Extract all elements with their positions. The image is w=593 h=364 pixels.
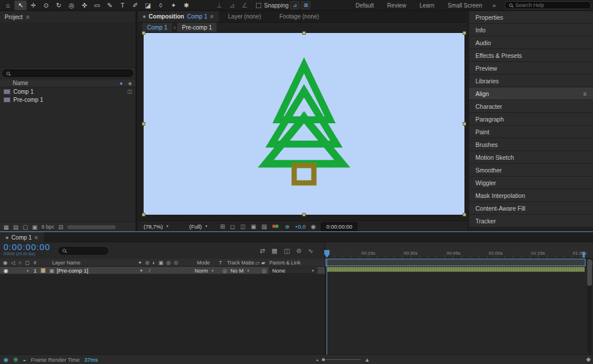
selection-tool[interactable]: ↖ (14, 1, 27, 10)
clone-stamp-tool[interactable]: ◪ (142, 1, 154, 10)
layer-handle[interactable] (142, 213, 145, 216)
timeline-tab-comp1[interactable]: ■ Comp 1 ≡ (0, 232, 44, 242)
layer-handle[interactable] (142, 31, 145, 35)
brush-tool[interactable]: ✐ (129, 1, 141, 10)
draft-3d-icon[interactable]: ▦ (272, 247, 277, 255)
puppet-tool[interactable]: ✱ (180, 1, 192, 10)
zoom-tool[interactable]: ⊙ (40, 1, 52, 10)
shape-tool[interactable]: ▭ (91, 1, 103, 10)
layer-handle[interactable] (142, 122, 145, 126)
new-composition-icon[interactable]: ▣ (32, 224, 37, 230)
sidebar-item-libraries[interactable]: Libraries (469, 75, 593, 87)
list-view-icon[interactable]: ▤ (13, 224, 18, 230)
zoom-out-icon[interactable]: ▲ (316, 358, 319, 362)
index-column-label[interactable]: # (34, 259, 36, 267)
motion-blur-icon[interactable]: ⊘ (296, 247, 302, 255)
composition-canvas[interactable] (144, 33, 464, 215)
sidebar-item-brushes[interactable]: Brushes (469, 138, 593, 151)
sidebar-item-preview[interactable]: Preview (469, 62, 593, 75)
new-folder-icon[interactable]: ▢ (23, 224, 28, 230)
layer-handle[interactable] (302, 213, 306, 216)
magnification-dropdown[interactable]: (78,7%)▾ (144, 223, 169, 230)
draft-mode-icon[interactable]: ⊕ (13, 356, 18, 363)
sidebar-item-info[interactable]: Info (469, 24, 593, 36)
current-timecode[interactable]: 0:00:00:00 00000 (24.00 fps) (3, 244, 50, 258)
current-time-indicator[interactable] (327, 259, 327, 355)
zoom-slider-handle[interactable] (322, 358, 325, 361)
home-button[interactable]: ⌂ (2, 1, 14, 10)
sidebar-item-character[interactable]: Character (469, 100, 593, 113)
mode-column-label[interactable]: Mode (197, 259, 210, 267)
project-search[interactable] (2, 69, 133, 77)
sidebar-item-paint[interactable]: Paint (469, 126, 593, 138)
layer-handle[interactable] (302, 31, 306, 35)
sidebar-item-align[interactable]: Align≡ (469, 87, 593, 100)
auto-keyframe-icon[interactable]: ◒ (23, 356, 26, 363)
layer-quality-icon[interactable]: / (149, 267, 151, 274)
orbit-camera-tool[interactable]: ↻ (53, 1, 65, 10)
grid-options-icon[interactable]: ⊞ (220, 223, 225, 230)
track-matte-column-label[interactable]: Track Matte (227, 259, 254, 267)
fast-preview-icon[interactable]: ⊛ (285, 223, 290, 230)
work-area-bar[interactable] (325, 259, 585, 266)
t-column-label[interactable]: T (219, 259, 222, 267)
tag-column-icon[interactable]: ◈ (128, 80, 132, 86)
timeline-zoom-control[interactable]: ▲ ▲ (316, 355, 370, 364)
exposure-offset[interactable]: +0,0 (295, 223, 306, 230)
zoom-slider[interactable] (323, 359, 361, 360)
snapping-checkbox[interactable] (256, 3, 261, 8)
snap-features-icon[interactable]: ⊠ (301, 1, 310, 9)
resolution-dropdown[interactable]: (Full)▾ (189, 223, 207, 230)
type-tool[interactable]: T (116, 1, 129, 10)
sort-arrow-icon[interactable]: ▲ (119, 80, 123, 86)
layer-parent-dropdown[interactable]: None▾ (269, 267, 317, 274)
layer-mode-dropdown[interactable]: Norm▾ (195, 267, 214, 274)
workspace-learn[interactable]: Learn (413, 2, 441, 9)
sidebar-item-audio[interactable]: Audio (469, 36, 593, 49)
snapshot-icon[interactable]: ◉ (311, 223, 316, 230)
parent-pickwhip-icon[interactable]: ◎ (262, 267, 266, 274)
workspace-small-screen[interactable]: Small Screen (441, 2, 488, 9)
pan-camera-tool[interactable]: ◎ (65, 1, 78, 10)
world-axis-icon[interactable]: ⊿ (226, 1, 238, 10)
help-search-input[interactable] (515, 2, 587, 8)
project-name-header[interactable]: Name ▲ ◈ (0, 79, 136, 87)
zoom-in-icon[interactable]: ▲ (364, 356, 370, 363)
matte-pickwhip-icon[interactable]: ◎ (222, 267, 227, 274)
eye-column-icon[interactable]: ◉ (3, 260, 8, 266)
layer-twirl-icon[interactable]: › (27, 267, 28, 274)
layer-handle[interactable] (463, 213, 466, 216)
sidebar-item-mask-interpolation[interactable]: Mask Interpolation (469, 189, 593, 202)
panel-menu-icon[interactable]: ≡ (35, 234, 38, 241)
project-panel-menu-icon[interactable]: ≡ (26, 14, 30, 20)
motion-blur-col-icon[interactable]: ⊙ (174, 260, 178, 266)
preview-timecode[interactable]: 0:00:00:00 (321, 222, 357, 231)
audio-column-icon[interactable]: ◁ (11, 260, 15, 266)
roto-brush-tool[interactable]: ✦ (167, 1, 180, 10)
layer-duration-bar[interactable] (327, 267, 585, 272)
project-bpc-label[interactable]: 8 bpc (42, 224, 54, 230)
quality-icon[interactable]: ◐ (152, 260, 155, 266)
hand-tool[interactable]: ✛ (27, 1, 39, 10)
thumbnail-view-icon[interactable]: ▦ (3, 224, 9, 230)
comp-marker-icon[interactable]: ◆ (586, 356, 591, 362)
breadcrumb-comp1[interactable]: Comp 1 (142, 23, 172, 32)
matte-a-icon[interactable]: ▱ (255, 260, 259, 266)
layer-name[interactable]: [Pre-comp 1] (57, 267, 88, 274)
help-search[interactable] (504, 1, 591, 9)
layer-label-color[interactable] (41, 268, 46, 273)
tab-layer[interactable]: Layer (none) (219, 11, 270, 22)
timeline-ruler[interactable]: 00:15s 00:30s 00:45s 01:00s 01:15s 01:30… (325, 242, 593, 259)
tab-footage[interactable]: Footage (none) (270, 11, 328, 22)
sidebar-item-smoother[interactable]: Smoother (469, 164, 593, 177)
effects-icon[interactable]: ▣ (159, 260, 164, 266)
panel-menu-icon[interactable]: ≡ (583, 90, 587, 97)
sidebar-item-tracker[interactable]: Tracker (469, 215, 593, 227)
mask-visibility-icon[interactable]: ◫ (240, 223, 246, 230)
channels-icon[interactable] (272, 223, 280, 229)
snap-edges-icon[interactable]: ⊿ (290, 1, 299, 9)
tab-composition[interactable]: ■ Composition Comp 1 ≡ (138, 11, 219, 22)
pen-tool[interactable]: ✎ (104, 1, 116, 10)
scrollbar-thumb[interactable] (587, 259, 592, 286)
view-axis-icon[interactable]: ∠ (239, 1, 251, 10)
